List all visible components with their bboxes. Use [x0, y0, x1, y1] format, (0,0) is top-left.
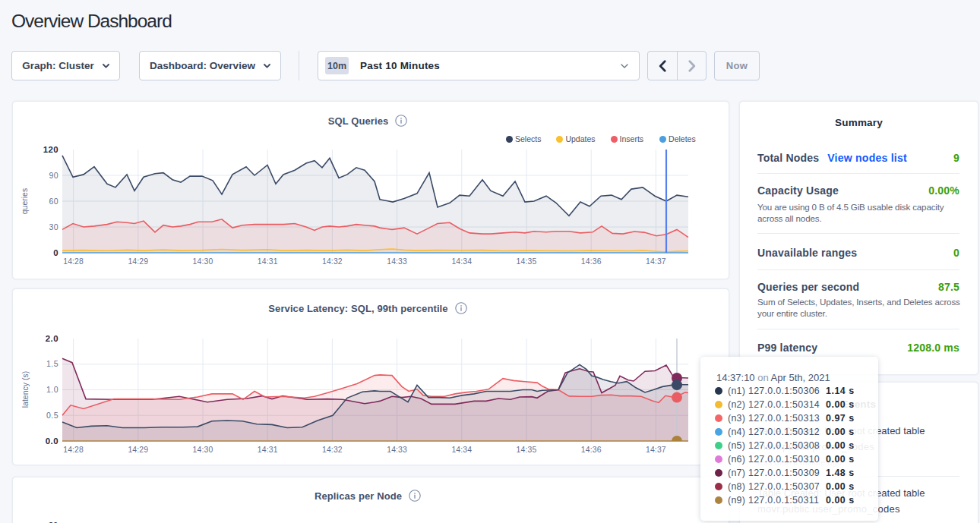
svg-text:2.0: 2.0 — [46, 334, 58, 343]
svg-text:1.0: 1.0 — [46, 385, 58, 394]
svg-text:14:29: 14:29 — [128, 446, 148, 454]
svg-text:queries: queries — [20, 188, 29, 214]
svg-text:14:34: 14:34 — [451, 257, 472, 266]
svg-text:1.5: 1.5 — [46, 359, 58, 368]
svg-text:14:32: 14:32 — [322, 446, 343, 454]
svg-text:14:30: 14:30 — [193, 446, 213, 454]
svg-text:14:31: 14:31 — [258, 257, 278, 266]
svg-text:120: 120 — [43, 145, 58, 154]
svg-text:14:31: 14:31 — [258, 446, 278, 454]
svg-text:14:35: 14:35 — [517, 257, 537, 266]
svg-text:14:33: 14:33 — [387, 257, 407, 266]
svg-text:14:37: 14:37 — [646, 257, 666, 266]
svg-text:0.0: 0.0 — [46, 436, 58, 446]
svg-text:14:33: 14:33 — [387, 446, 407, 454]
svg-text:60: 60 — [49, 197, 58, 206]
svg-text:14:28: 14:28 — [63, 446, 84, 454]
svg-text:14:35: 14:35 — [517, 446, 537, 454]
svg-text:0.5: 0.5 — [46, 411, 58, 420]
svg-text:14:32: 14:32 — [322, 257, 343, 266]
svg-text:latency (s): latency (s) — [21, 371, 30, 408]
svg-text:0: 0 — [53, 248, 58, 257]
svg-text:14:29: 14:29 — [128, 257, 148, 266]
svg-text:30: 30 — [49, 222, 58, 232]
svg-text:14:37: 14:37 — [646, 446, 666, 454]
svg-text:90: 90 — [49, 171, 58, 180]
svg-text:14:36: 14:36 — [581, 446, 602, 454]
svg-text:14:36: 14:36 — [581, 257, 602, 266]
svg-text:14:34: 14:34 — [451, 446, 472, 454]
svg-text:14:30: 14:30 — [193, 257, 213, 266]
svg-text:14:28: 14:28 — [63, 257, 84, 266]
